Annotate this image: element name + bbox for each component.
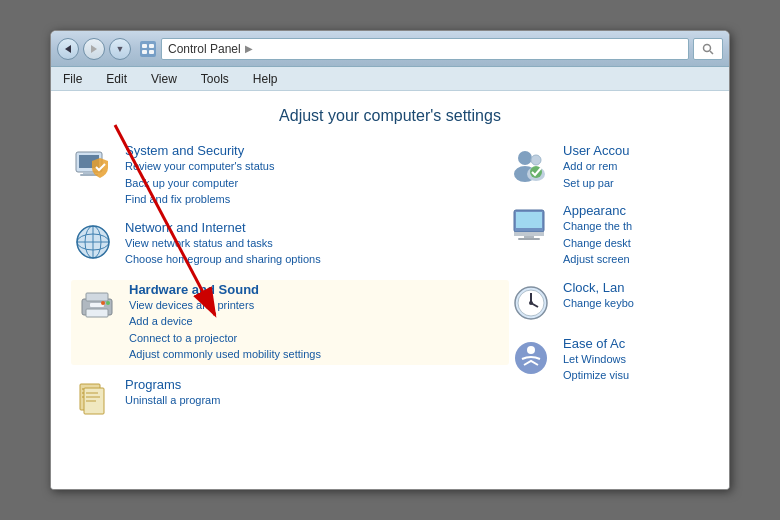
programs-link-0[interactable]: Uninstall a program [125, 392, 220, 409]
network-link-0[interactable]: View network status and tasks [125, 235, 321, 252]
hardware-link-1[interactable]: Add a device [129, 313, 321, 330]
category-clock: Clock, Lan Change keybo [509, 280, 709, 324]
hardware-title[interactable]: Hardware and Sound [129, 282, 321, 297]
title-bar: ▼ Control Panel ▶ [51, 31, 729, 67]
svg-rect-20 [86, 293, 108, 301]
system-icon [71, 143, 115, 187]
system-link-0[interactable]: Review your computer's status [125, 158, 274, 175]
system-text: System and Security Review your computer… [125, 143, 274, 208]
user-icon [509, 143, 553, 187]
appearance-link-0[interactable]: Change the th [563, 218, 632, 235]
right-column: User Accou Add or rem Set up par [509, 143, 709, 421]
ease-text: Ease of Ac Let Windows Optimize visu [563, 336, 629, 384]
svg-rect-32 [86, 400, 96, 402]
system-link-2[interactable]: Find and fix problems [125, 191, 274, 208]
search-box[interactable] [693, 38, 723, 60]
svg-point-33 [518, 151, 532, 165]
category-network: Network and Internet View network status… [71, 220, 509, 268]
svg-rect-6 [149, 50, 154, 54]
control-panel-window: ▼ Control Panel ▶ File [50, 30, 730, 490]
network-text: Network and Internet View network status… [125, 220, 321, 268]
programs-title[interactable]: Programs [125, 377, 220, 392]
category-ease: Ease of Ac Let Windows Optimize visu [509, 336, 709, 384]
svg-rect-4 [149, 44, 154, 48]
svg-rect-39 [516, 212, 542, 228]
svg-rect-5 [142, 50, 147, 54]
category-appearance: Appearanc Change the th Change deskt Adj… [509, 203, 709, 268]
svg-point-23 [106, 301, 110, 305]
ease-link-0[interactable]: Let Windows [563, 351, 629, 368]
svg-point-35 [531, 155, 541, 165]
menu-help[interactable]: Help [249, 70, 282, 88]
categories-container: System and Security Review your computer… [71, 143, 709, 421]
address-bar[interactable]: Control Panel ▶ [161, 38, 689, 60]
left-column: System and Security Review your computer… [71, 143, 509, 421]
address-arrow-text: ▶ [245, 43, 253, 54]
forward-button[interactable] [83, 38, 105, 60]
appearance-icon [509, 203, 553, 247]
user-link-0[interactable]: Add or rem [563, 158, 629, 175]
menu-tools[interactable]: Tools [197, 70, 233, 88]
address-text: Control Panel [168, 42, 241, 56]
category-hardware: Hardware and Sound View devices and prin… [71, 280, 509, 365]
svg-marker-1 [91, 45, 97, 53]
programs-text: Programs Uninstall a program [125, 377, 220, 409]
svg-point-49 [527, 346, 535, 354]
ease-icon [509, 336, 553, 380]
page-title: Adjust your computer's settings [71, 107, 709, 125]
system-title[interactable]: System and Security [125, 143, 274, 158]
clock-link-0[interactable]: Change keybo [563, 295, 634, 312]
appearance-title[interactable]: Appearanc [563, 203, 632, 218]
appearance-text: Appearanc Change the th Change deskt Adj… [563, 203, 632, 268]
svg-point-24 [101, 301, 105, 305]
svg-point-47 [529, 301, 533, 305]
category-programs: Programs Uninstall a program [71, 377, 509, 421]
svg-rect-21 [86, 309, 108, 317]
svg-point-7 [704, 44, 711, 51]
svg-rect-3 [142, 44, 147, 48]
network-title[interactable]: Network and Internet [125, 220, 321, 235]
network-icon [71, 220, 115, 264]
svg-rect-40 [514, 232, 544, 236]
hardware-link-0[interactable]: View devices and printers [129, 297, 321, 314]
hardware-text: Hardware and Sound View devices and prin… [129, 282, 321, 363]
svg-marker-0 [65, 45, 71, 53]
hardware-link-3[interactable]: Adjust commonly used mobility settings [129, 346, 321, 363]
menu-bar: File Edit View Tools Help [51, 67, 729, 91]
svg-line-8 [710, 51, 713, 54]
search-icon [702, 43, 714, 55]
system-link-1[interactable]: Back up your computer [125, 175, 274, 192]
menu-view[interactable]: View [147, 70, 181, 88]
svg-rect-2 [140, 41, 156, 57]
network-link-1[interactable]: Choose homegroup and sharing options [125, 251, 321, 268]
ease-title[interactable]: Ease of Ac [563, 336, 629, 351]
menu-file[interactable]: File [59, 70, 86, 88]
user-link-1[interactable]: Set up par [563, 175, 629, 192]
control-panel-icon [139, 40, 157, 58]
user-text: User Accou Add or rem Set up par [563, 143, 629, 191]
appearance-link-1[interactable]: Change deskt [563, 235, 632, 252]
clock-text: Clock, Lan Change keybo [563, 280, 634, 312]
main-content: Adjust your computer's settings [51, 91, 729, 489]
category-system: System and Security Review your computer… [71, 143, 509, 208]
clock-title[interactable]: Clock, Lan [563, 280, 634, 295]
user-title[interactable]: User Accou [563, 143, 629, 158]
menu-edit[interactable]: Edit [102, 70, 131, 88]
svg-rect-30 [86, 392, 98, 394]
svg-rect-31 [86, 396, 100, 398]
svg-rect-42 [518, 238, 540, 240]
clock-icon [509, 280, 553, 324]
category-user: User Accou Add or rem Set up par [509, 143, 709, 191]
appearance-link-2[interactable]: Adjust screen [563, 251, 632, 268]
hardware-link-2[interactable]: Connect to a projector [129, 330, 321, 347]
recent-button[interactable]: ▼ [109, 38, 131, 60]
hardware-icon [75, 282, 119, 326]
back-button[interactable] [57, 38, 79, 60]
ease-link-1[interactable]: Optimize visu [563, 367, 629, 384]
programs-icon [71, 377, 115, 421]
